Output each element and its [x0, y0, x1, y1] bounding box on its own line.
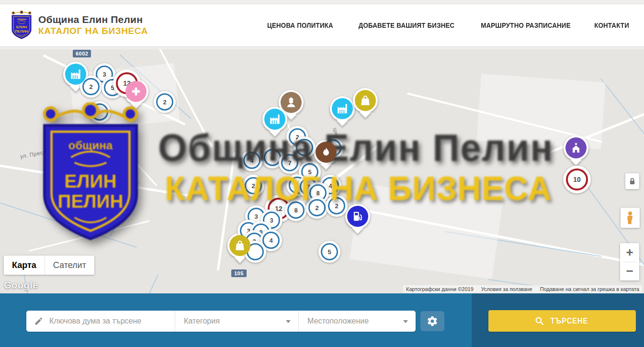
- svg-text:община: община: [68, 139, 113, 152]
- pegman-control[interactable]: [621, 208, 640, 228]
- map-waterway: [600, 78, 644, 146]
- cluster-count: 7: [281, 154, 298, 171]
- factory-icon: [65, 64, 86, 85]
- bag-icon: [355, 90, 376, 111]
- category-dropdown[interactable]: Категория: [175, 311, 298, 332]
- keyword-search-input[interactable]: [49, 317, 168, 325]
- keyword-section: [26, 311, 175, 332]
- map-attribution: Картографски данни ©2019 Условия за полз…: [403, 285, 642, 293]
- cluster-marker[interactable]: 8: [285, 199, 307, 221]
- cluster-count: 5: [321, 243, 338, 260]
- search-bar: Категория Местоположение ТЪРСЕНЕ: [0, 293, 644, 347]
- cluster-count: 4: [243, 152, 260, 169]
- factory-icon: [264, 109, 285, 130]
- nav-item-pricing[interactable]: ЦЕНОВА ПОЛИТИКА: [267, 22, 333, 29]
- map-waterway: [110, 181, 140, 237]
- flame-icon: [316, 142, 337, 163]
- road-number-badge: 6002: [73, 50, 91, 57]
- cluster-count: 2: [328, 197, 345, 214]
- cluster-marker[interactable]: [89, 101, 111, 123]
- bag-icon: [229, 235, 250, 256]
- cluster-count: 2: [82, 78, 100, 95]
- page: община ЕЛИН ПЕЛИН Община Елин Пелин КАТА…: [0, 0, 644, 347]
- streetview-lock-icon[interactable]: [625, 173, 639, 189]
- category-pin-church[interactable]: [564, 135, 588, 160]
- svg-text:община: община: [17, 18, 26, 21]
- category-pin-bag[interactable]: [353, 88, 378, 113]
- main-nav: ЦЕНОВА ПОЛИТИКА ДОБАВЕТЕ ВАШИЯТ БИЗНЕС М…: [264, 22, 644, 29]
- advanced-settings-button[interactable]: [420, 311, 444, 331]
- nav-item-contacts[interactable]: КОНТАКТИ: [594, 22, 629, 29]
- nav-item-schedule[interactable]: МАРШРУТНО РАЗПИСАНИЕ: [481, 22, 571, 29]
- street-label: ции: [332, 127, 340, 138]
- plus-icon: [125, 81, 147, 102]
- factory-icon: [332, 98, 353, 119]
- google-logo[interactable]: Google: [4, 280, 38, 291]
- fuel-icon: [347, 206, 368, 227]
- search-button[interactable]: ТЪРСЕНЕ: [488, 310, 636, 332]
- site-title: Община Елин Пелин: [38, 14, 148, 25]
- cluster-count: 3: [296, 139, 313, 156]
- category-dropdown-label: Категория: [184, 317, 220, 325]
- brand[interactable]: община ЕЛИН ПЕЛИН Община Елин Пелин КАТА…: [0, 11, 148, 40]
- terms-link[interactable]: Условия за ползване: [481, 286, 532, 292]
- map-type-control: Карта Сателит: [4, 256, 94, 275]
- worker-icon: [281, 92, 302, 113]
- nav-item-add-business[interactable]: ДОБАВЕТЕ ВАШИЯТ БИЗНЕС: [359, 22, 455, 29]
- svg-text:ПЕЛИН: ПЕЛИН: [57, 191, 123, 212]
- category-pin-factory[interactable]: [262, 107, 287, 132]
- site-subtitle: КАТАЛОГ НА БИЗНЕСА: [38, 26, 148, 36]
- search-icon: [535, 316, 544, 325]
- chevron-down-icon: [286, 320, 291, 323]
- cluster-count: [91, 103, 108, 121]
- category-pin-fuel[interactable]: [345, 204, 370, 229]
- svg-text:ЕЛИН: ЕЛИН: [16, 25, 27, 29]
- map-waterway: [123, 275, 158, 293]
- cluster-marker[interactable]: 2: [154, 91, 176, 113]
- map-canvas[interactable]: ул. Преславбул. „Новоселции6002105 32512…: [0, 49, 644, 293]
- map-road: [29, 220, 150, 252]
- search-button-label: ТЪРСЕНЕ: [550, 317, 588, 325]
- map-area-patch: [476, 74, 605, 149]
- cluster-marker[interactable]: 4: [241, 149, 263, 171]
- cluster-count: 10: [566, 168, 588, 190]
- brand-text: Община Елин Пелин КАТАЛОГ НА БИЗНЕСА: [38, 14, 148, 36]
- map-type-map-button[interactable]: Карта: [4, 256, 45, 275]
- road-number-badge: 105: [231, 269, 247, 277]
- cluster-marker[interactable]: 2: [306, 197, 328, 219]
- location-dropdown[interactable]: Местоположение: [298, 311, 416, 332]
- search-input-group: Категория Местоположение: [26, 311, 416, 332]
- report-error-link[interactable]: Подаване на сигнал за грешка в картата: [540, 286, 639, 292]
- pencil-icon: [34, 316, 44, 326]
- map-type-satellite-button[interactable]: Сателит: [45, 256, 94, 275]
- cluster-marker[interactable]: 7: [279, 152, 301, 174]
- map-area-patch: [350, 183, 502, 279]
- map-road: [0, 162, 189, 197]
- cluster-count: 2: [156, 93, 173, 111]
- cluster-count: 8: [287, 201, 305, 219]
- svg-text:ПЕЛИН: ПЕЛИН: [15, 29, 29, 34]
- attribution-copyright: Картографски данни ©2019: [406, 286, 474, 292]
- chevron-down-icon: [403, 320, 408, 323]
- gear-icon: [427, 315, 438, 327]
- church-icon: [565, 137, 587, 158]
- cluster-marker[interactable]: 5: [318, 241, 340, 263]
- cluster-marker[interactable]: 2: [326, 195, 348, 217]
- zoom-in-button[interactable]: +: [620, 243, 639, 262]
- category-pin-factory[interactable]: [330, 96, 355, 121]
- cluster-count: 2: [245, 177, 262, 194]
- cluster-marker[interactable]: 2: [242, 175, 264, 197]
- municipality-crest-logo: община ЕЛИН ПЕЛИН: [11, 11, 33, 40]
- location-dropdown-label: Местоположение: [307, 317, 369, 325]
- header: община ЕЛИН ПЕЛИН Община Елин Пелин КАТА…: [0, 4, 644, 47]
- street-label: ул. Преслав: [20, 148, 53, 159]
- cluster-marker[interactable]: 10: [563, 166, 591, 193]
- zoom-control: + −: [620, 243, 639, 280]
- zoom-out-button[interactable]: −: [620, 262, 639, 281]
- cluster-count: 2: [308, 199, 326, 216]
